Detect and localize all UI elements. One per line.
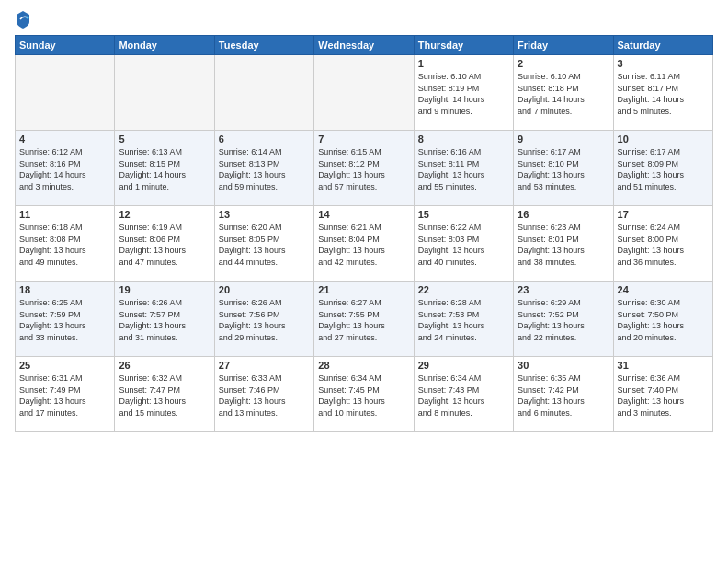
- day-number: 13: [219, 209, 310, 220]
- day-number: 11: [19, 209, 110, 220]
- calendar-cell: 27Sunrise: 6:33 AM Sunset: 7:46 PM Dayli…: [214, 357, 313, 432]
- day-number: 23: [518, 284, 609, 295]
- day-info: Sunrise: 6:36 AM Sunset: 7:40 PM Dayligh…: [618, 373, 709, 419]
- day-number: 30: [518, 360, 609, 371]
- header: [15, 11, 713, 29]
- day-info: Sunrise: 6:17 AM Sunset: 8:10 PM Dayligh…: [518, 146, 609, 192]
- calendar-cell: [314, 55, 414, 131]
- day-number: 4: [19, 133, 110, 144]
- calendar-cell: 7Sunrise: 6:15 AM Sunset: 8:12 PM Daylig…: [314, 131, 414, 206]
- day-number: 10: [618, 133, 709, 144]
- day-info: Sunrise: 6:19 AM Sunset: 8:06 PM Dayligh…: [119, 222, 210, 268]
- calendar-cell: 15Sunrise: 6:22 AM Sunset: 8:03 PM Dayli…: [414, 206, 513, 282]
- calendar-cell: 2Sunrise: 6:10 AM Sunset: 8:18 PM Daylig…: [514, 55, 613, 131]
- day-info: Sunrise: 6:20 AM Sunset: 8:05 PM Dayligh…: [219, 222, 310, 268]
- day-number: 1: [418, 58, 509, 69]
- day-number: 9: [518, 133, 609, 144]
- calendar-cell: [214, 55, 313, 131]
- day-number: 7: [318, 133, 409, 144]
- weekday-header-saturday: Saturday: [613, 36, 712, 55]
- weekday-header-row: SundayMondayTuesdayWednesdayThursdayFrid…: [16, 36, 713, 55]
- day-info: Sunrise: 6:29 AM Sunset: 7:52 PM Dayligh…: [518, 297, 609, 343]
- calendar-cell: 4Sunrise: 6:12 AM Sunset: 8:16 PM Daylig…: [16, 131, 115, 206]
- day-number: 15: [418, 209, 509, 220]
- day-number: 28: [318, 360, 409, 371]
- day-number: 25: [19, 360, 110, 371]
- calendar-cell: 10Sunrise: 6:17 AM Sunset: 8:09 PM Dayli…: [613, 131, 712, 206]
- day-number: 21: [318, 284, 409, 295]
- day-info: Sunrise: 6:25 AM Sunset: 7:59 PM Dayligh…: [19, 297, 110, 343]
- calendar-week-row: 4Sunrise: 6:12 AM Sunset: 8:16 PM Daylig…: [16, 131, 713, 206]
- calendar-cell: 24Sunrise: 6:30 AM Sunset: 7:50 PM Dayli…: [613, 282, 712, 357]
- day-info: Sunrise: 6:26 AM Sunset: 7:56 PM Dayligh…: [219, 297, 310, 343]
- weekday-header-sunday: Sunday: [16, 36, 115, 55]
- calendar-page: SundayMondayTuesdayWednesdayThursdayFrid…: [0, 0, 728, 563]
- calendar-week-row: 18Sunrise: 6:25 AM Sunset: 7:59 PM Dayli…: [16, 282, 713, 357]
- logo-icon: [15, 9, 31, 29]
- day-info: Sunrise: 6:34 AM Sunset: 7:43 PM Dayligh…: [418, 373, 509, 419]
- day-info: Sunrise: 6:28 AM Sunset: 7:53 PM Dayligh…: [418, 297, 509, 343]
- calendar-cell: 8Sunrise: 6:16 AM Sunset: 8:11 PM Daylig…: [414, 131, 513, 206]
- calendar-cell: 5Sunrise: 6:13 AM Sunset: 8:15 PM Daylig…: [115, 131, 214, 206]
- day-info: Sunrise: 6:16 AM Sunset: 8:11 PM Dayligh…: [418, 146, 509, 192]
- calendar-cell: 17Sunrise: 6:24 AM Sunset: 8:00 PM Dayli…: [613, 206, 712, 282]
- calendar-week-row: 1Sunrise: 6:10 AM Sunset: 8:19 PM Daylig…: [16, 55, 713, 131]
- weekday-header-friday: Friday: [514, 36, 613, 55]
- day-info: Sunrise: 6:11 AM Sunset: 8:17 PM Dayligh…: [618, 71, 709, 117]
- calendar-table: SundayMondayTuesdayWednesdayThursdayFrid…: [15, 35, 713, 432]
- calendar-cell: 29Sunrise: 6:34 AM Sunset: 7:43 PM Dayli…: [414, 357, 513, 432]
- day-info: Sunrise: 6:12 AM Sunset: 8:16 PM Dayligh…: [19, 146, 110, 192]
- day-info: Sunrise: 6:14 AM Sunset: 8:13 PM Dayligh…: [219, 146, 310, 192]
- weekday-header-thursday: Thursday: [414, 36, 513, 55]
- calendar-cell: 16Sunrise: 6:23 AM Sunset: 8:01 PM Dayli…: [514, 206, 613, 282]
- day-info: Sunrise: 6:26 AM Sunset: 7:57 PM Dayligh…: [119, 297, 210, 343]
- calendar-cell: [115, 55, 214, 131]
- day-info: Sunrise: 6:21 AM Sunset: 8:04 PM Dayligh…: [318, 222, 409, 268]
- calendar-cell: 18Sunrise: 6:25 AM Sunset: 7:59 PM Dayli…: [16, 282, 115, 357]
- day-number: 2: [518, 58, 609, 69]
- day-number: 18: [19, 284, 110, 295]
- day-number: 29: [418, 360, 509, 371]
- weekday-header-tuesday: Tuesday: [214, 36, 313, 55]
- day-info: Sunrise: 6:17 AM Sunset: 8:09 PM Dayligh…: [618, 146, 709, 192]
- day-number: 17: [618, 209, 709, 220]
- logo: [15, 11, 35, 29]
- calendar-cell: 11Sunrise: 6:18 AM Sunset: 8:08 PM Dayli…: [16, 206, 115, 282]
- calendar-cell: 14Sunrise: 6:21 AM Sunset: 8:04 PM Dayli…: [314, 206, 414, 282]
- day-number: 6: [219, 133, 310, 144]
- calendar-cell: 23Sunrise: 6:29 AM Sunset: 7:52 PM Dayli…: [514, 282, 613, 357]
- calendar-cell: 1Sunrise: 6:10 AM Sunset: 8:19 PM Daylig…: [414, 55, 513, 131]
- day-info: Sunrise: 6:31 AM Sunset: 7:49 PM Dayligh…: [19, 373, 110, 419]
- day-number: 5: [119, 133, 210, 144]
- day-number: 26: [119, 360, 210, 371]
- day-info: Sunrise: 6:34 AM Sunset: 7:45 PM Dayligh…: [318, 373, 409, 419]
- calendar-cell: 21Sunrise: 6:27 AM Sunset: 7:55 PM Dayli…: [314, 282, 414, 357]
- day-number: 22: [418, 284, 509, 295]
- calendar-cell: 19Sunrise: 6:26 AM Sunset: 7:57 PM Dayli…: [115, 282, 214, 357]
- day-number: 8: [418, 133, 509, 144]
- day-info: Sunrise: 6:33 AM Sunset: 7:46 PM Dayligh…: [219, 373, 310, 419]
- day-number: 14: [318, 209, 409, 220]
- svg-point-0: [27, 17, 29, 19]
- day-number: 20: [219, 284, 310, 295]
- day-info: Sunrise: 6:32 AM Sunset: 7:47 PM Dayligh…: [119, 373, 210, 419]
- weekday-header-wednesday: Wednesday: [314, 36, 414, 55]
- day-info: Sunrise: 6:35 AM Sunset: 7:42 PM Dayligh…: [518, 373, 609, 419]
- calendar-cell: 28Sunrise: 6:34 AM Sunset: 7:45 PM Dayli…: [314, 357, 414, 432]
- calendar-cell: 3Sunrise: 6:11 AM Sunset: 8:17 PM Daylig…: [613, 55, 712, 131]
- day-info: Sunrise: 6:27 AM Sunset: 7:55 PM Dayligh…: [318, 297, 409, 343]
- calendar-cell: 6Sunrise: 6:14 AM Sunset: 8:13 PM Daylig…: [214, 131, 313, 206]
- day-info: Sunrise: 6:22 AM Sunset: 8:03 PM Dayligh…: [418, 222, 509, 268]
- calendar-week-row: 25Sunrise: 6:31 AM Sunset: 7:49 PM Dayli…: [16, 357, 713, 432]
- day-info: Sunrise: 6:18 AM Sunset: 8:08 PM Dayligh…: [19, 222, 110, 268]
- calendar-cell: [16, 55, 115, 131]
- calendar-cell: 25Sunrise: 6:31 AM Sunset: 7:49 PM Dayli…: [16, 357, 115, 432]
- day-info: Sunrise: 6:10 AM Sunset: 8:18 PM Dayligh…: [518, 71, 609, 117]
- day-number: 24: [618, 284, 709, 295]
- day-number: 19: [119, 284, 210, 295]
- day-number: 16: [518, 209, 609, 220]
- calendar-cell: 13Sunrise: 6:20 AM Sunset: 8:05 PM Dayli…: [214, 206, 313, 282]
- day-info: Sunrise: 6:30 AM Sunset: 7:50 PM Dayligh…: [618, 297, 709, 343]
- day-info: Sunrise: 6:13 AM Sunset: 8:15 PM Dayligh…: [119, 146, 210, 192]
- day-number: 31: [618, 360, 709, 371]
